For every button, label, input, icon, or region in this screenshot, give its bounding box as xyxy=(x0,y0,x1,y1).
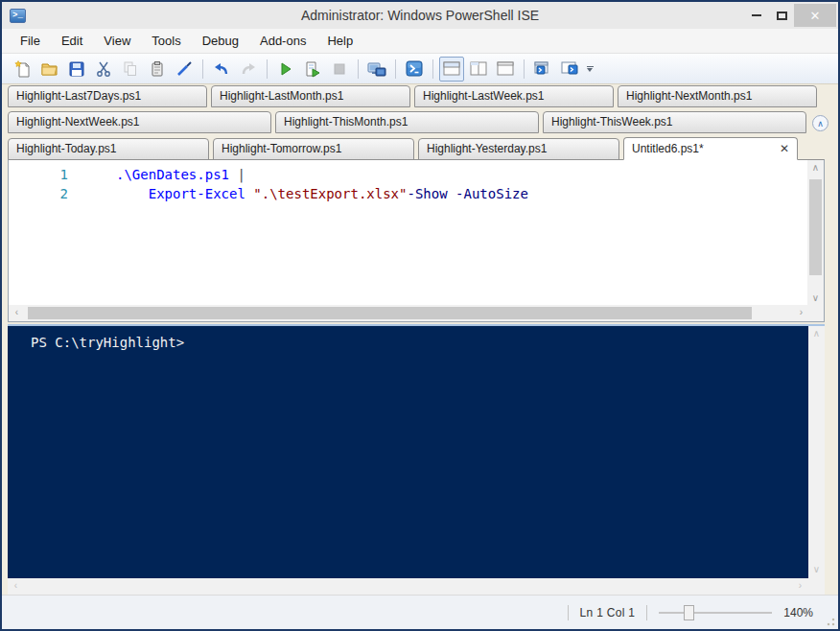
paste-button[interactable] xyxy=(145,57,170,82)
scroll-right-icon[interactable]: › xyxy=(792,578,808,595)
undo-icon xyxy=(213,60,230,78)
script-pane-right-button[interactable] xyxy=(466,57,491,82)
tab-row-2: Highlight-NextWeek.ps1 Highlight-ThisMon… xyxy=(8,111,806,133)
menu-file[interactable]: File xyxy=(10,29,51,53)
minimize-button[interactable] xyxy=(744,5,769,26)
new-remote-powershell-tab-button[interactable] xyxy=(364,57,389,82)
console-body[interactable]: PS C:\tryHighlight> xyxy=(8,326,808,578)
tab-highlight-today[interactable]: Highlight-Today.ps1 xyxy=(8,138,209,160)
new-script-icon xyxy=(14,60,32,78)
menu-view[interactable]: View xyxy=(93,29,141,53)
maximize-icon xyxy=(777,12,787,20)
status-bar: Ln 1 Col 1 140% xyxy=(2,595,838,629)
console-horizontal-scrollbar[interactable]: ‹ › xyxy=(8,578,808,595)
zoom-slider-thumb[interactable] xyxy=(684,605,694,620)
paste-icon xyxy=(149,60,166,78)
scroll-up-icon[interactable]: ∧ xyxy=(807,160,824,176)
menu-addons[interactable]: Add-ons xyxy=(249,29,316,53)
run-script-button[interactable] xyxy=(273,57,298,82)
new-powershell-tab-button[interactable] xyxy=(530,57,555,82)
editor-horizontal-scrollbar[interactable]: ‹ › xyxy=(9,305,809,321)
console-pane: PS C:\tryHighlight> ∧ ∨ ‹ › xyxy=(8,326,825,595)
tab-highlight-lastmonth[interactable]: Highlight-LastMonth.ps1 xyxy=(211,85,410,107)
menu-tools[interactable]: Tools xyxy=(141,29,191,53)
menu-debug[interactable]: Debug xyxy=(192,29,249,53)
tab-highlight-nextweek[interactable]: Highlight-NextWeek.ps1 xyxy=(8,111,271,133)
scroll-left-icon[interactable]: ‹ xyxy=(8,578,24,595)
zoom-level: 140% xyxy=(783,606,813,619)
scrollbar-thumb[interactable] xyxy=(28,307,752,319)
toolbar-separator xyxy=(358,59,359,79)
code-text: Export-Excel ".\testExport.xlsx"-Show -A… xyxy=(68,184,528,203)
tab-highlight-nextmonth[interactable]: Highlight-NextMonth.ps1 xyxy=(618,85,817,107)
resize-grip[interactable] xyxy=(826,617,835,626)
menu-bar: File Edit View Tools Debug Add-ons Help xyxy=(2,29,838,54)
start-powershell-button[interactable] xyxy=(402,57,427,82)
undo-button[interactable] xyxy=(209,57,234,82)
tab-highlight-lastweek[interactable]: Highlight-LastWeek.ps1 xyxy=(414,85,614,107)
zoom-slider[interactable] xyxy=(659,605,772,620)
script-pane-maximized-icon xyxy=(497,61,514,77)
tab-scroll-up-button[interactable]: ∧ xyxy=(812,115,828,131)
toolbar-separator xyxy=(395,59,396,79)
tab-highlight-last7days[interactable]: Highlight-Last7Days.ps1 xyxy=(8,85,207,107)
new-script-button[interactable] xyxy=(11,57,35,82)
copy-button[interactable] xyxy=(118,57,143,82)
save-icon xyxy=(68,60,85,78)
active-tab-label: Untitled6.ps1* xyxy=(632,139,704,159)
toolbar-overflow-button[interactable] xyxy=(583,57,596,82)
code-line-1: 1 .\GenDates.ps1 | xyxy=(9,165,807,184)
maximize-button[interactable] xyxy=(769,5,794,26)
tab-highlight-yesterday[interactable]: Highlight-Yesterday.ps1 xyxy=(418,138,619,160)
redo-icon xyxy=(240,60,257,78)
run-selection-button[interactable] xyxy=(300,57,325,82)
tab-untitled6-active[interactable]: Untitled6.ps1* ✕ xyxy=(623,137,798,160)
toolbar xyxy=(2,54,838,84)
code-line-2: 2 Export-Excel ".\testExport.xlsx"-Show … xyxy=(9,184,807,203)
close-button[interactable]: ✕ xyxy=(794,4,836,27)
copy-icon xyxy=(122,60,139,78)
menu-help[interactable]: Help xyxy=(316,29,363,53)
scrollbar-thumb[interactable] xyxy=(809,179,822,275)
editor-vertical-scrollbar[interactable]: ∧ ∨ xyxy=(807,160,824,307)
tab-row-1: Highlight-Last7Days.ps1 Highlight-LastMo… xyxy=(8,85,817,107)
save-button[interactable] xyxy=(64,57,89,82)
menu-edit[interactable]: Edit xyxy=(51,29,93,53)
show-command-window-button[interactable] xyxy=(557,57,582,82)
script-pane-right-icon xyxy=(470,61,487,77)
cut-icon xyxy=(95,60,112,78)
scroll-down-icon[interactable]: ∨ xyxy=(808,562,825,578)
toolbar-separator xyxy=(267,59,268,79)
tab-highlight-thismonth[interactable]: Highlight-ThisMonth.ps1 xyxy=(275,111,539,133)
tab-highlight-tomorrow[interactable]: Highlight-Tomorrow.ps1 xyxy=(213,138,414,160)
stop-operation-button[interactable] xyxy=(327,57,352,82)
title-bar: >_ Administrator: Windows PowerShell ISE… xyxy=(2,2,838,29)
clear-console-icon xyxy=(175,60,193,78)
console-vertical-scrollbar[interactable]: ∧ ∨ xyxy=(808,326,825,578)
tab-highlight-thisweek[interactable]: Highlight-ThisWeek.ps1 xyxy=(543,111,806,133)
toolbar-separator xyxy=(524,59,525,79)
code-area[interactable]: 1 .\GenDates.ps1 | 2 Export-Excel ".\tes… xyxy=(9,160,807,305)
scrollbar-corner xyxy=(808,578,825,595)
remote-tab-icon xyxy=(367,60,386,78)
clear-console-button[interactable] xyxy=(172,57,197,82)
cut-button[interactable] xyxy=(91,57,116,82)
redo-button[interactable] xyxy=(236,57,261,82)
scroll-up-icon[interactable]: ∧ xyxy=(808,326,825,342)
cursor-position: Ln 1 Col 1 xyxy=(580,606,636,619)
close-icon: ✕ xyxy=(810,9,821,23)
window-title: Administrator: Windows PowerShell ISE xyxy=(2,8,838,23)
zoom-slider-track[interactable] xyxy=(659,612,772,614)
script-pane-top-button[interactable] xyxy=(439,57,464,82)
open-script-button[interactable] xyxy=(37,57,62,82)
toolbar-separator xyxy=(432,59,433,79)
window-controls: ✕ xyxy=(744,2,838,29)
new-powershell-tab-icon xyxy=(533,60,552,78)
script-pane-maximized-button[interactable] xyxy=(493,57,518,82)
close-tab-icon[interactable]: ✕ xyxy=(774,139,789,159)
console-prompt: PS C:\tryHighlight> xyxy=(8,326,808,351)
script-tab-strip: Highlight-Last7Days.ps1 Highlight-LastMo… xyxy=(2,84,838,160)
run-selection-icon xyxy=(304,60,321,78)
overflow-bar-icon xyxy=(587,66,594,67)
scroll-left-icon[interactable]: ‹ xyxy=(9,305,25,321)
